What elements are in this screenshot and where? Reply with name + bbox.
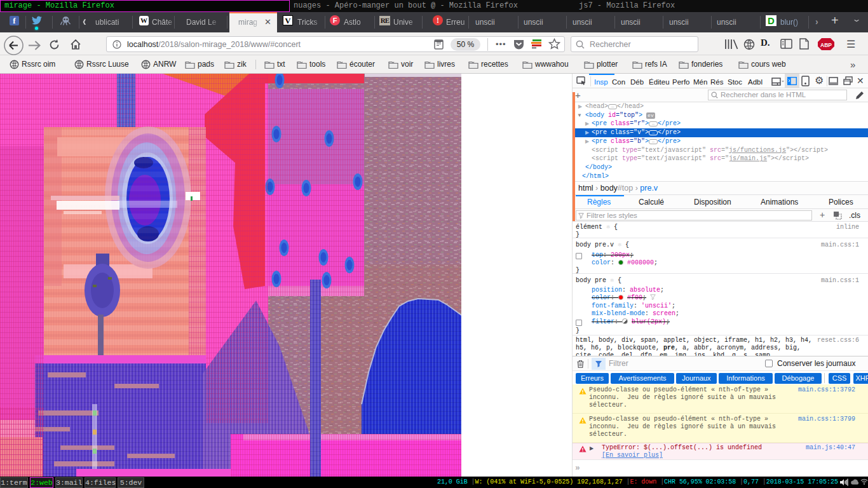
- svg-text:ABP: ABP: [820, 42, 832, 48]
